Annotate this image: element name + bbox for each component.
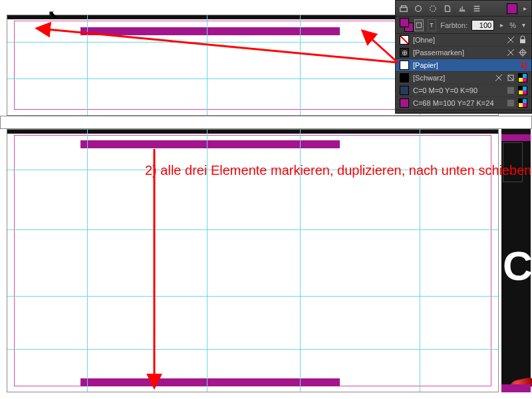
swatch-label: C=0 M=0 Y=0 K=90 <box>413 86 502 94</box>
panel-tab-icon[interactable] <box>457 3 467 14</box>
swatch-label: [Ohne] <box>413 36 502 44</box>
registration-mark-icon <box>518 48 527 57</box>
svg-rect-3 <box>416 23 421 27</box>
panel-options-row: T Farbton: ▸ % ▾ <box>396 17 531 34</box>
svg-rect-5 <box>520 39 525 43</box>
swatch-row-none[interactable]: [Ohne] <box>396 34 531 47</box>
svg-rect-8 <box>507 87 514 94</box>
svg-point-2 <box>430 5 436 11</box>
svg-rect-0 <box>400 7 408 11</box>
panel-tab-icon[interactable] <box>398 3 409 14</box>
annotation-step2: 2) alle drei Elemente markieren, duplizi… <box>145 162 531 179</box>
annotation-step1: 1) <box>520 61 527 70</box>
preview-big-letter: C <box>503 242 532 295</box>
swatch-row-black[interactable]: [Schwarz] <box>396 72 531 84</box>
preview-magenta-bottom <box>501 384 531 392</box>
magenta-bar-top[interactable] <box>80 27 340 35</box>
svg-text:T: T <box>430 21 434 28</box>
tint-stepper-icon[interactable]: ▸ <box>498 21 505 29</box>
horizontal-guide <box>7 229 498 230</box>
panel-tab-icon[interactable] <box>428 3 438 14</box>
tint-label: Farbton: <box>440 21 467 29</box>
svg-point-1 <box>416 5 422 11</box>
vertical-guide <box>87 130 88 392</box>
top-border-bar <box>7 130 498 134</box>
swatch-label: [Passermarken] <box>413 49 502 57</box>
process-color-icon <box>506 98 515 108</box>
svg-rect-9 <box>507 100 514 106</box>
swatch-color-icon <box>400 86 409 95</box>
panel-tab-icon[interactable] <box>442 3 453 14</box>
swatch-list: [Ohne] [Passermarken] [Papier] 1) [Schwa… <box>396 34 531 110</box>
cmyk-mode-icon <box>518 86 527 95</box>
cmyk-mode-icon <box>518 98 527 108</box>
panel-menu-arrow-icon[interactable]: ▸ <box>521 5 529 12</box>
preview-magenta-bar <box>501 134 531 141</box>
swatch-color-icon <box>400 98 409 108</box>
panel-tab-bar: ▸ <box>396 1 531 17</box>
no-edit-icon <box>506 35 515 45</box>
panel-tab-icon[interactable] <box>471 3 482 14</box>
swatch-label: [Papier] <box>413 61 515 69</box>
text-formatting-button[interactable]: T <box>428 19 437 31</box>
swatch-paper-icon <box>400 61 409 70</box>
horizontal-guide <box>7 296 498 297</box>
no-edit-icon <box>494 73 503 82</box>
swatch-label: [Schwarz] <box>413 74 490 82</box>
swatch-row-cmyk-2[interactable]: C=68 M=100 Y=27 K=24 <box>396 97 531 110</box>
swatch-none-icon <box>400 35 409 45</box>
magenta-bar-lower[interactable] <box>80 378 340 386</box>
swatch-row-paper[interactable]: [Papier] 1) <box>396 59 531 72</box>
cmyk-mode-icon <box>518 73 527 82</box>
spread-gap <box>0 116 532 129</box>
magenta-bar-upper[interactable] <box>80 140 340 148</box>
active-fill-swatch[interactable] <box>507 3 517 14</box>
process-color-icon <box>506 86 515 95</box>
swatch-black-icon <box>400 73 409 82</box>
lock-icon <box>518 35 527 45</box>
tint-input[interactable] <box>471 20 494 31</box>
no-edit-icon <box>506 48 515 57</box>
panel-tab-icon[interactable] <box>413 3 424 14</box>
panel-footer <box>396 110 531 113</box>
container-formatting-button[interactable] <box>414 19 424 31</box>
vertical-guide <box>300 15 301 115</box>
percent-label: % <box>509 21 516 29</box>
swatches-panel[interactable]: ▸ T Farbton: ▸ % ▾ [Ohne] [Passermarken] <box>395 0 532 114</box>
swatch-row-registration[interactable]: [Passermarken] <box>396 47 531 59</box>
fill-stroke-swatch[interactable] <box>400 18 410 33</box>
swatch-registration-icon <box>400 48 409 57</box>
vertical-guide <box>87 15 88 115</box>
swatch-label: C=68 M=100 Y=27 K=24 <box>413 99 502 107</box>
vertical-guide <box>207 15 207 115</box>
no-delete-icon <box>506 73 515 82</box>
panel-flyout-icon[interactable]: ▾ <box>520 21 527 29</box>
horizontal-guide <box>7 349 498 350</box>
swatch-row-cmyk-1[interactable]: C=0 M=0 Y=0 K=90 <box>396 84 531 97</box>
